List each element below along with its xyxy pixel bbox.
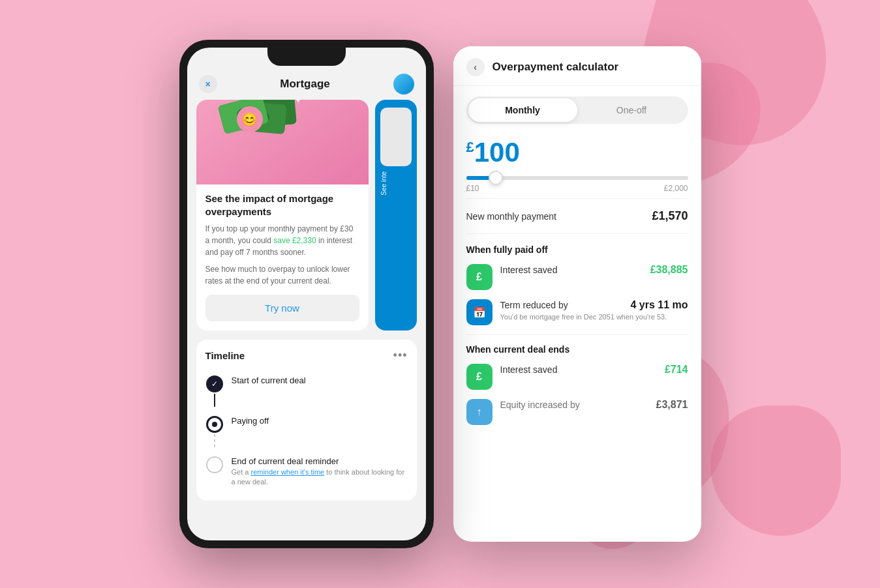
left-phone-content: 😊 ✦ ✦ See the impact of mortgage overpay… [187,100,426,510]
timeline-title: Timeline [205,350,245,361]
deal-ends-section-title: When current deal ends [466,344,688,355]
timeline-items: ✓ Start of current deal [205,372,408,492]
amount-slider[interactable]: £10 £2,000 [466,176,688,193]
timeline-header: Timeline ••• [205,349,408,362]
card-description-2: See how much to overpay to unlock lower … [205,263,359,287]
left-phone-header: × Mortgage [187,66,426,100]
timeline-item: ✓ Start of current deal [205,372,408,412]
card-title: See the impact of mortgage overpayments [205,192,359,218]
card-body: See the impact of mortgage overpayments … [196,184,369,331]
card-row: 😊 ✦ ✦ See the impact of mortgage overpay… [196,100,417,331]
term-reduced-subtext: You'd be mortgage free in Dec 2051 when … [500,312,688,322]
slider-max-label: £2,000 [664,184,688,193]
deal-interest-saved-row: £ Interest saved £714 [466,364,688,390]
equity-arrow-icon: ↑ [477,406,482,418]
phones-container: × Mortgage [179,40,701,548]
timeline-dot-col: ✓ [205,375,224,408]
fully-paid-section-title: When fully paid off [466,244,688,255]
new-monthly-payment-value: £1,570 [652,209,688,223]
bg-blob-3 [710,405,841,536]
interest-saved-content: Interest saved £38,885 [500,264,688,276]
payment-type-toggle: Monthly One-off [466,96,688,124]
left-phone-title: Mortgage [280,78,330,91]
back-button[interactable]: ‹ [466,58,485,76]
right-phone-title: Overpayment calculator [493,61,619,74]
currency-symbol: £ [466,139,474,155]
calendar-icon: 📅 [473,306,486,319]
back-icon: ‹ [474,62,477,72]
card-illustration: 😊 ✦ ✦ [196,100,369,184]
timeline-line [214,394,215,407]
close-button[interactable]: × [199,75,217,93]
timeline-menu-button[interactable]: ••• [393,349,408,362]
slider-labels: £10 £2,000 [466,184,688,193]
timeline-dot-col [205,416,224,448]
timeline-item-text: Start of current deal [232,375,408,385]
timeline-item-title: Paying off [232,416,408,426]
money-face: 😊 [237,106,263,132]
left-phone-screen: × Mortgage [187,48,426,540]
close-icon: × [205,79,210,89]
deal-interest-icon: £ [466,364,493,390]
timeline-dot-col [205,456,224,473]
secondary-card: See inte [375,100,417,331]
sparkle-2: ✦ [294,100,302,106]
term-reduced-content: Term reduced by 4 yrs 11 mo You'd be mor… [500,299,688,322]
term-reduced-row: 📅 Term reduced by 4 yrs 11 mo You'd be m… [466,299,688,325]
timeline-item: End of current deal reminder Get a remin… [205,452,408,492]
right-phone-header: ‹ Overpayment calculator [453,46,701,86]
slider-track [466,176,688,180]
sparkle-1: ✦ [269,100,278,102]
interest-icon-symbol: £ [476,271,482,283]
section-divider [466,334,688,335]
deal-interest-content: Interest saved £714 [500,364,688,375]
oneoff-toggle-button[interactable]: One-off [577,98,686,122]
timeline-item-title: Start of current deal [232,375,408,385]
timeline-section: Timeline ••• ✓ Start of current deal [196,340,417,501]
right-phone: ‹ Overpayment calculator Monthly One-off… [453,46,701,542]
deal-interest-value: £714 [665,364,688,375]
equity-content: Equity increased by £3,871 [500,399,688,411]
term-reduced-label: Term reduced by [500,300,568,310]
amount-value: 100 [474,137,520,168]
term-reduced-value: 4 yrs 11 mo [630,299,688,311]
main-card: 😊 ✦ ✦ See the impact of mortgage overpay… [196,100,369,331]
new-monthly-payment-row: New monthly payment £1,570 [466,198,688,234]
deal-interest-icon-symbol: £ [476,371,482,383]
equity-label: Equity increased by [500,400,580,410]
monthly-toggle-button[interactable]: Monthly [468,98,577,122]
card-description: If you top up your monthly payment by £3… [205,223,359,258]
interest-saved-value: £38,885 [650,264,688,276]
try-now-button[interactable]: Try now [205,295,359,321]
interest-saved-icon: £ [466,264,493,290]
right-phone-content: Monthly One-off £100 £10 £2,000 [453,86,701,542]
timeline-line-dashed [214,434,215,447]
timeline-item-text: End of current deal reminder Get a remin… [232,456,408,488]
amount-display: £100 [466,137,688,168]
interest-saved-label: Interest saved [500,265,558,275]
timeline-dot-radio [206,416,223,433]
timeline-reminder-link[interactable]: reminder when it's time [250,468,324,476]
term-reduced-icon: 📅 [466,299,493,325]
interest-saved-row: £ Interest saved £38,885 [466,264,688,290]
phone-notch [267,48,346,66]
deal-interest-label: Interest saved [500,364,558,375]
timeline-dot-check: ✓ [206,375,223,392]
timeline-item-title: End of current deal reminder [232,456,408,466]
equity-value: £3,871 [656,399,688,411]
timeline-item: Paying off [205,412,408,452]
slider-min-label: £10 [466,184,479,193]
equity-increased-row: ↑ Equity increased by £3,871 [466,399,688,425]
secondary-card-text: See inte [380,171,412,196]
slider-thumb[interactable] [489,171,503,185]
timeline-item-text: Paying off [232,416,408,426]
timeline-dot-empty [206,456,223,473]
card-desc-link[interactable]: save £2,330 [273,236,316,245]
left-phone: × Mortgage [179,40,434,548]
avatar [393,74,414,95]
equity-icon: ↑ [466,399,493,425]
new-monthly-payment-label: New monthly payment [466,211,557,222]
timeline-item-desc: Get a reminder when it's time to think a… [232,467,408,488]
